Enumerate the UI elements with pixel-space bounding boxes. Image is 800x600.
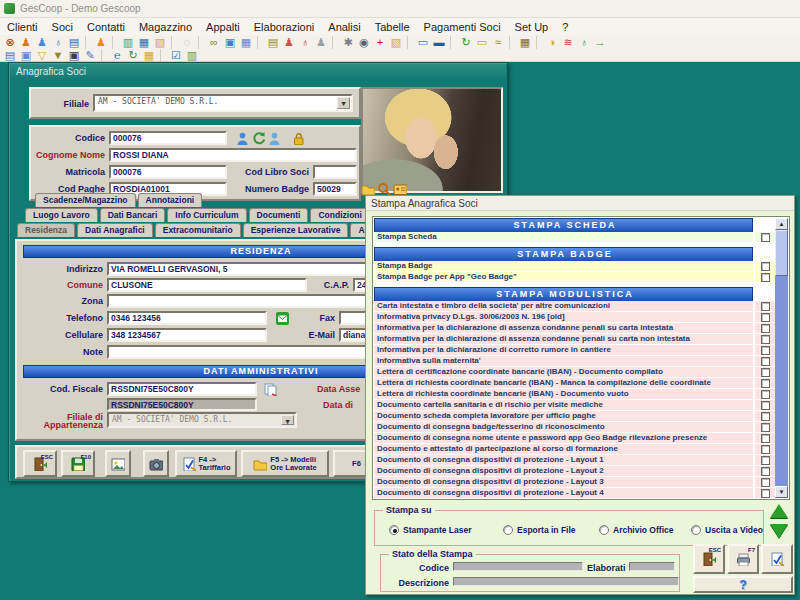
row-checkbox[interactable] [761,445,770,454]
doc-settings-icon[interactable]: ▤ [266,36,280,49]
row-checkbox[interactable] [761,346,770,355]
row-checkbox[interactable] [761,273,770,282]
row-checkbox[interactable] [761,379,770,388]
globe-sync-icon[interactable]: ♁ [298,36,312,49]
monitor-icon[interactable]: ▣ [67,49,81,62]
delete-icon[interactable]: ⊗ [3,36,17,49]
settings-icon[interactable]: ✱ [341,36,355,49]
matricola-field[interactable]: 000076 [109,165,227,179]
move-down-button[interactable] [770,524,788,538]
print-row[interactable]: Stampa Badge per App "Geo Badge" [374,272,775,283]
modelli-ore-f5-button[interactable]: F5 -> ModelliOre Lavorate [241,450,329,477]
copy-document-icon[interactable] [263,382,277,396]
row-checkbox[interactable] [761,357,770,366]
print-row[interactable]: Carta intestata e timbro della societa' … [374,301,775,312]
codice-field[interactable]: 000076 [109,131,227,145]
print-row[interactable]: Documento di consegna dispositivi di pro… [374,488,775,498]
print-row[interactable]: Stampa Scheda [374,232,775,243]
globe-icon[interactable]: ♁ [577,36,591,49]
row-checkbox[interactable] [761,335,770,344]
row-checkbox[interactable] [761,489,770,498]
sms-icon[interactable] [275,311,289,325]
link-icon[interactable]: ∞ [207,36,221,49]
menu-item[interactable]: Clienti [0,20,45,34]
print-row[interactable]: Informativa per la dichiarazione di asse… [374,334,775,345]
filiale-combobox[interactable]: AM - SOCIETA' DEMO S.R.L. ▼ [93,94,353,112]
add-icon[interactable]: + [373,36,387,49]
menu-item[interactable]: Contatti [80,20,132,34]
cod-libro-soci-field[interactable] [313,165,357,179]
help-button[interactable]: ? [693,576,793,593]
radio-circle[interactable] [599,525,609,535]
tab[interactable]: Info Curriculum [167,208,246,222]
window-icon[interactable]: ▭ [416,36,430,49]
print-list-icon[interactable]: ▤ [3,49,17,62]
anagrafica-window-title[interactable]: Anagrafica Soci [10,64,506,80]
esc-button[interactable]: ESC [23,450,57,477]
sync-icon[interactable]: ↻ [459,36,473,49]
save-f10-button[interactable]: F10 [61,450,95,477]
print-row[interactable]: Documento di consegna dispositivi di pro… [374,455,775,466]
numero-badge-field[interactable]: 50029 [313,182,357,196]
scroll-down-button[interactable]: ▼ [775,486,788,498]
print-row[interactable]: Documento scheda completa lavoratore per… [374,411,775,422]
badge-search-icon[interactable] [377,182,391,196]
move-up-button[interactable] [770,504,788,518]
scroll-thumb[interactable] [775,230,788,276]
menu-item[interactable]: Analisi [321,20,367,34]
table-icon[interactable]: ▦ [239,36,253,49]
web-icon[interactable]: ℮ [110,49,124,62]
address-book-icon[interactable]: ▤ [67,36,81,49]
tab[interactable]: Residenza [17,223,75,237]
row-checkbox[interactable] [761,401,770,410]
photo-button[interactable] [105,450,131,477]
print-row[interactable]: Documento di consegna dispositivi di pro… [374,477,775,488]
refresh-user-icon[interactable] [251,131,265,145]
chart-line-icon[interactable]: ≋ [561,36,575,49]
check-window-icon[interactable]: ☑ [169,49,183,62]
save-icon[interactable]: ▬ [432,36,446,49]
row-checkbox[interactable] [761,324,770,333]
menu-item[interactable]: Appalti [199,20,247,34]
search-pc-icon[interactable]: ◉ [357,36,371,49]
member-icon[interactable]: ♟ [94,36,108,49]
row-checkbox[interactable] [761,262,770,271]
print-row[interactable]: Lettera di richiesta coordinate bancarie… [374,389,775,400]
print-row[interactable]: Documento cartella sanitaria e di rischi… [374,400,775,411]
report-icon[interactable]: ▦ [137,36,151,49]
print-f7-button[interactable]: F7 [727,544,759,574]
print-row[interactable]: Documento di consegna nome utente e pass… [374,433,775,444]
exit-icon[interactable]: → [593,36,607,49]
cellulare-field[interactable]: 348 1234567 [107,328,267,342]
scroll-up-button[interactable]: ▲ [775,218,788,230]
copy-icon[interactable]: ▣ [223,36,237,49]
tab[interactable]: Condizioni [310,208,369,222]
row-checkbox[interactable] [761,423,770,432]
row-checkbox[interactable] [761,412,770,421]
row-checkbox[interactable] [761,478,770,487]
radio-circle[interactable] [503,525,513,535]
menu-item[interactable]: Set Up [508,20,556,34]
tariffario-f4-button[interactable]: F4 ->Tariffario [175,450,237,477]
edit-icon[interactable]: ✎ [83,49,97,62]
cognome-nome-field[interactable]: ROSSI DIANA [109,148,357,162]
print-row[interactable]: Stampa Badge [374,261,775,272]
cod-fiscale-field[interactable]: RSSDNI75E50C800Y [107,382,257,396]
clock-icon[interactable]: ◑ [545,36,559,49]
clipboard-icon[interactable]: ▥ [121,36,135,49]
print-row[interactable]: Informativa per la dichiarazione di corr… [374,345,775,356]
print-row[interactable]: Documento di consegna badge/tesserino di… [374,422,775,433]
badge-icon[interactable]: ▼ [51,49,65,62]
print-output-radio[interactable]: Archivio Office [599,525,673,535]
filiale-appartenenza-dropdown-arrow[interactable]: ▼ [281,415,294,425]
users-icon[interactable]: ♟ [19,36,33,49]
calendar-icon[interactable]: ▦ [142,49,156,62]
filiale-dropdown-arrow[interactable]: ▼ [337,97,350,109]
form-icon[interactable]: ▭ [475,36,489,49]
row-checkbox[interactable] [761,434,770,443]
print-row[interactable]: Informativa sulla maternita' [374,356,775,367]
comune-field[interactable]: CLUSONE [107,278,307,292]
row-checkbox[interactable] [761,302,770,311]
radio-circle[interactable] [691,525,701,535]
user-blue-icon[interactable] [235,131,249,145]
